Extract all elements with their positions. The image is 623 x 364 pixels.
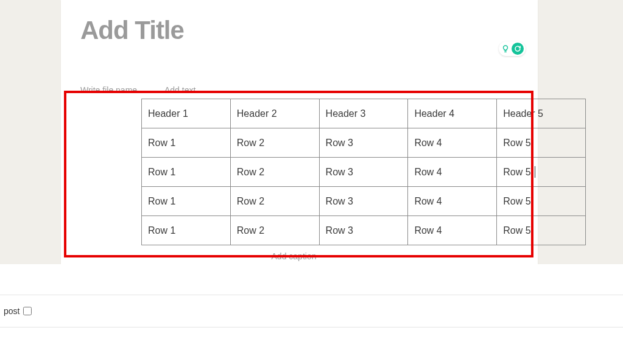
- table-cell-active[interactable]: Row 5: [497, 158, 586, 187]
- table-cell[interactable]: Row 4: [408, 216, 497, 245]
- grammarly-suggestion-icon: [501, 44, 510, 54]
- table-cell[interactable]: Row 1: [142, 158, 231, 187]
- editor-card: Add Title Write file name Add text Heade…: [61, 0, 538, 264]
- footer-section: post: [0, 264, 623, 364]
- table-cell[interactable]: Row 1: [142, 187, 231, 216]
- table-header-cell[interactable]: Header 1: [142, 99, 231, 128]
- data-table[interactable]: Header 1 Header 2 Header 3 Header 4 Head…: [141, 99, 586, 245]
- table-cell[interactable]: Row 3: [319, 128, 408, 158]
- table-cell[interactable]: Row 4: [408, 158, 497, 187]
- table-cell[interactable]: Row 5: [497, 216, 586, 245]
- divider: [0, 327, 623, 327]
- table-cell[interactable]: Row 2: [230, 128, 319, 158]
- grammarly-logo-icon: [512, 43, 524, 55]
- table-cell[interactable]: Row 5: [497, 128, 586, 158]
- caption-input[interactable]: Add caption: [141, 245, 446, 261]
- table-cell[interactable]: Row 1: [142, 216, 231, 245]
- table-header-cell[interactable]: Header 4: [408, 99, 497, 128]
- table-cell[interactable]: Row 2: [230, 216, 319, 245]
- table-cell[interactable]: Row 4: [408, 128, 497, 158]
- add-text-input[interactable]: Add text: [164, 85, 195, 95]
- table-cell[interactable]: Row 1: [142, 128, 231, 158]
- table-header-cell[interactable]: Header 2: [230, 99, 319, 128]
- table-cell[interactable]: Row 3: [319, 216, 408, 245]
- table-row: Row 1 Row 2 Row 3 Row 4 Row 5: [142, 216, 586, 245]
- post-label: post: [4, 306, 19, 316]
- table-cell[interactable]: Row 2: [230, 158, 319, 187]
- table-cell[interactable]: Row 5: [497, 187, 586, 216]
- grammarly-badge[interactable]: [499, 41, 526, 56]
- table-header-row: Header 1 Header 2 Header 3 Header 4 Head…: [142, 99, 586, 128]
- post-option-row: post: [0, 295, 623, 327]
- table-row: Row 1 Row 2 Row 3 Row 4 Row 5: [142, 128, 586, 158]
- table-cell[interactable]: Row 3: [319, 158, 408, 187]
- table-row: Row 1 Row 2 Row 3 Row 4 Row 5: [142, 187, 586, 216]
- table-block[interactable]: Header 1 Header 2 Header 3 Header 4 Head…: [141, 99, 446, 261]
- table-cell[interactable]: Row 4: [408, 187, 497, 216]
- table-cell[interactable]: Row 3: [319, 187, 408, 216]
- title-input[interactable]: Add Title: [80, 16, 184, 45]
- table-header-cell[interactable]: Header 5: [497, 99, 586, 128]
- file-name-input[interactable]: Write file name: [80, 85, 137, 95]
- table-row: Row 1 Row 2 Row 3 Row 4 Row 5: [142, 158, 586, 187]
- post-checkbox[interactable]: [23, 307, 32, 315]
- table-cell[interactable]: Row 2: [230, 187, 319, 216]
- table-header-cell[interactable]: Header 3: [319, 99, 408, 128]
